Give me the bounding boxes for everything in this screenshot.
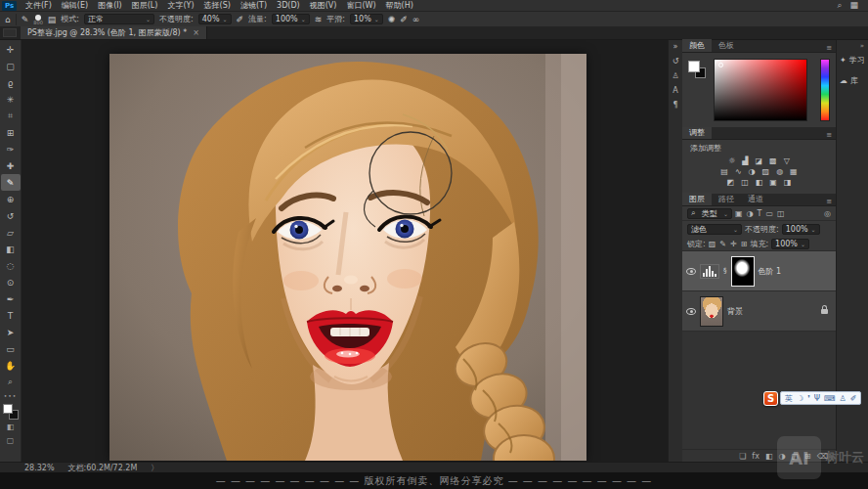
zoom-tool-icon[interactable]: ⌕	[1, 374, 21, 390]
frame-tool-icon[interactable]: ⊞	[1, 124, 21, 141]
history-panel-icon[interactable]: ↺	[673, 57, 679, 66]
properties-panel-icon[interactable]: ♙	[672, 71, 678, 80]
layer-style-icon[interactable]: fx	[752, 452, 760, 461]
eyedropper-tool-icon[interactable]: ✑	[1, 141, 21, 157]
lock-artboard-icon[interactable]: ⊞	[741, 240, 748, 248]
quick-mask-icon[interactable]: ◧	[7, 422, 15, 436]
more-tools-icon[interactable]: •••	[4, 392, 18, 399]
visibility-eye-icon[interactable]	[686, 268, 696, 275]
character-panel-icon[interactable]: A	[673, 86, 677, 95]
dodge-tool-icon[interactable]: ⊙	[1, 274, 21, 290]
flow-input[interactable]: 100% ⌄	[272, 14, 310, 24]
filter-smart-icon[interactable]: ◫	[777, 209, 785, 218]
smoothing-input[interactable]: 10% ⌄	[350, 14, 383, 24]
layer-mask-thumbnail[interactable]	[731, 256, 755, 287]
tab-swatches[interactable]: 色板	[712, 39, 741, 52]
clone-stamp-tool-icon[interactable]: ⊕	[1, 191, 21, 207]
history-brush-tool-icon[interactable]: ↺	[1, 207, 21, 224]
link-layers-icon[interactable]: ❏	[739, 452, 746, 461]
lock-position-icon[interactable]: ✛	[730, 240, 737, 248]
filter-type-icon[interactable]: T	[758, 209, 762, 218]
posterize-icon[interactable]: ◫	[741, 178, 749, 187]
close-icon[interactable]: ×	[193, 28, 199, 37]
menu-item[interactable]: 滤镜(T)	[236, 0, 272, 12]
blend-mode-select[interactable]: 正常 ⌄	[84, 14, 154, 24]
color-picker-marker[interactable]	[718, 63, 723, 67]
layer-blend-mode-select[interactable]: 滤色 ⌄	[687, 224, 742, 235]
collapse-dock-icon[interactable]: »	[673, 42, 678, 51]
canvas-area[interactable]	[22, 40, 668, 462]
filter-pixel-icon[interactable]: ▣	[735, 209, 743, 218]
invert-icon[interactable]: ◩	[727, 178, 735, 187]
threshold-icon[interactable]: ◧	[756, 178, 763, 187]
panel-menu-icon[interactable]: ≡	[826, 131, 836, 139]
selective-color-icon[interactable]: ◨	[784, 178, 792, 187]
healing-brush-tool-icon[interactable]: ✚	[1, 157, 21, 174]
collapse-dock-icon[interactable]: »	[837, 42, 868, 50]
status-chevron-icon[interactable]: 〉	[151, 463, 158, 473]
layer-row-background[interactable]: 背景	[682, 291, 836, 332]
paint-symmetry-icon[interactable]: ∞	[412, 12, 420, 27]
panel-menu-icon[interactable]: ≡	[826, 198, 836, 205]
ime-quote-icon[interactable]: ❜	[807, 394, 810, 403]
layer-thumbnail[interactable]	[700, 296, 723, 327]
menu-item[interactable]: 选择(S)	[199, 0, 236, 12]
exposure-icon[interactable]: ▩	[769, 156, 777, 165]
menu-item[interactable]: 编辑(E)	[57, 0, 93, 12]
lasso-tool-icon[interactable]: ϱ	[1, 74, 21, 91]
search-icon[interactable]: ⌕	[837, 0, 842, 11]
screen-mode-icon[interactable]: ▢	[7, 436, 15, 450]
workspace-switcher-icon[interactable]: ▦	[849, 0, 858, 11]
add-mask-icon[interactable]: ◧	[765, 452, 773, 461]
saturation-brightness-field[interactable]	[714, 59, 807, 121]
sogou-logo-icon[interactable]: S	[763, 391, 778, 406]
layer-opacity-input[interactable]: 100% ⌄	[782, 224, 820, 235]
pen-pressure-size-icon[interactable]: ✐	[400, 12, 408, 27]
gradient-map-icon[interactable]: ▣	[769, 178, 777, 187]
vibrance-icon[interactable]: ▽	[784, 156, 790, 165]
photo-filter-icon[interactable]: ▨	[762, 167, 770, 176]
layer-fill-input[interactable]: 100% ⌄	[771, 239, 809, 249]
hue-slider[interactable]	[820, 59, 830, 121]
magic-wand-tool-icon[interactable]: ✳	[1, 91, 21, 108]
brush-tool-icon[interactable]: ✎	[1, 174, 21, 191]
brush-preset-icon[interactable]: ✎	[22, 12, 29, 27]
document-tab[interactable]: PS整容.jpg @ 28.3% (色阶 1, 图层蒙版/8) * ×	[21, 26, 207, 39]
menu-item[interactable]: 帮助(H)	[381, 0, 418, 12]
mask-link-icon[interactable]: §	[723, 267, 727, 275]
hue-saturation-icon[interactable]: ▤	[720, 167, 728, 176]
tab-color[interactable]: 颜色	[682, 39, 712, 52]
lock-transparent-icon[interactable]: ▨	[709, 240, 716, 248]
layer-filter-select[interactable]: ⌕ 类型 ⌄	[687, 208, 732, 219]
filter-shape-icon[interactable]: ▭	[765, 209, 773, 218]
document-image[interactable]	[109, 54, 586, 461]
color-lookup-icon[interactable]: ▦	[790, 167, 798, 176]
marquee-tool-icon[interactable]: ▢	[1, 58, 21, 74]
blur-tool-icon[interactable]: ◌	[1, 257, 21, 274]
foreground-color-swatch[interactable]	[3, 404, 13, 414]
ime-keyboard-icon[interactable]: ⌨	[824, 394, 836, 403]
smoothing-gear-icon[interactable]: ✺	[388, 12, 396, 27]
layer-row-levels[interactable]: § 色阶 1	[682, 251, 836, 291]
color-swatches[interactable]	[3, 404, 19, 420]
paragraph-panel-icon[interactable]: ¶	[673, 101, 677, 110]
filter-adjustment-icon[interactable]: ◑	[747, 209, 754, 218]
shape-tool-icon[interactable]: ▭	[1, 340, 21, 357]
black-white-icon[interactable]: ◑	[749, 167, 756, 176]
learn-panel-button[interactable]: ✦ 学习	[837, 50, 868, 70]
ime-wrench-icon[interactable]: ✐	[850, 394, 857, 403]
zoom-level-value[interactable]: 28.32%	[24, 464, 55, 472]
channel-mixer-icon[interactable]: ◍	[776, 167, 783, 176]
tab-adjustments[interactable]: 调整	[682, 126, 712, 139]
menu-item[interactable]: 图像(I)	[93, 0, 127, 12]
ime-lang-icon[interactable]: 英	[785, 393, 793, 404]
opacity-input[interactable]: 40% ⌄	[198, 14, 232, 24]
visibility-eye-icon[interactable]	[686, 308, 696, 315]
ime-moon-icon[interactable]: ☽	[797, 394, 803, 403]
path-select-tool-icon[interactable]: ➤	[1, 324, 21, 340]
home-icon[interactable]: ⌂	[5, 12, 11, 27]
tab-layers[interactable]: 图层	[682, 193, 712, 205]
ime-person-icon[interactable]: ♙	[840, 394, 846, 403]
menu-item[interactable]: 3D(D)	[272, 0, 305, 12]
levels-icon[interactable]: ▟	[742, 156, 748, 165]
